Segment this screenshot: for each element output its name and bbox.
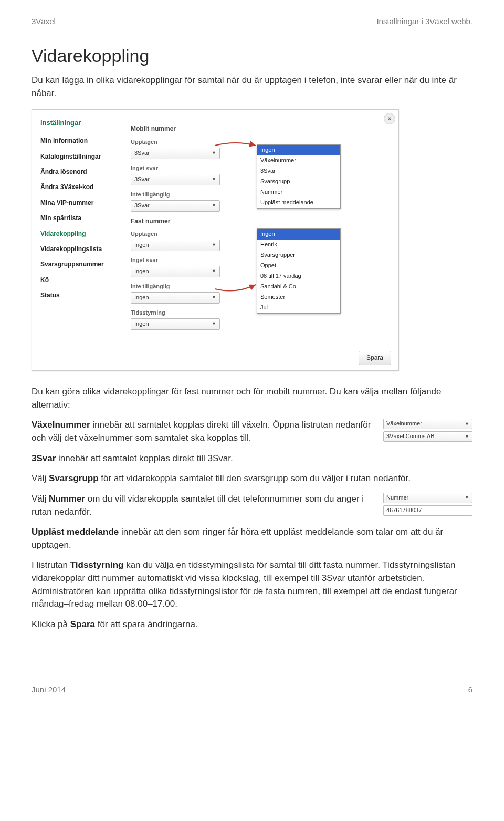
mini-select-nummer-type[interactable]: Nummer ▼ [383, 493, 472, 503]
footer-page-number: 6 [468, 684, 472, 695]
page-footer: Juni 2014 6 [32, 684, 472, 695]
dropdown-option[interactable]: Öppet [257, 261, 340, 271]
chevron-down-icon: ▼ [212, 242, 216, 248]
mini-label: Växelnummer [386, 420, 422, 428]
sidebar-item[interactable]: Kataloginställningar [40, 149, 125, 164]
dropdown-option[interactable]: Sandahl & Co [257, 282, 340, 292]
select-mobile-upptagen[interactable]: 3Svar ▼ [131, 148, 220, 159]
dropdown-option[interactable]: Semester [257, 292, 340, 303]
text: Välj [32, 494, 49, 504]
sidebar-item[interactable]: Ändra lösenord [40, 164, 125, 180]
settings-sidebar: Inställningar Min informationKataloginst… [36, 118, 125, 335]
select-tidsstyrning[interactable]: Ingen ▼ [131, 318, 220, 330]
chevron-down-icon: ▼ [465, 421, 469, 428]
mini-select-vaxelnummer-value[interactable]: 3Växel Comms AB ▼ [383, 431, 472, 442]
dropdown-option[interactable]: Svarsgrupper [257, 250, 340, 261]
page-header: 3Växel Inställningar i 3Växel webb. [32, 16, 472, 27]
select-mobile-inte-tillganglig[interactable]: 3Svar ▼ [131, 200, 220, 212]
body-paragraph-tidsstyrning: I listrutan Tidsstyrning kan du välja en… [32, 559, 472, 611]
term-spara: Spara [70, 619, 95, 629]
text: för att vidarekoppla samtalet till den s… [99, 473, 411, 483]
intro-paragraph: Du kan lägga in olika vidarekopplingar f… [32, 74, 472, 100]
dropdown-option[interactable]: Jul [257, 303, 340, 313]
select-value: Ingen [134, 241, 149, 250]
dropdown-option[interactable]: Henrik [257, 240, 340, 250]
body-paragraph: Du kan göra olika vidarekopplingar för f… [32, 386, 472, 411]
dropdown-option[interactable]: Ingen [257, 229, 340, 240]
text: för att spara ändringarna. [95, 619, 198, 629]
body-paragraph-svarsgrupp: Välj Svarsgrupp för att vidarekoppla sam… [32, 472, 472, 485]
dropdown-options-tidsstyrning[interactable]: IngenHenrikSvarsgrupperÖppet08 till 17 v… [257, 228, 341, 314]
sidebar-item[interactable]: Svarsgruppsnummer [40, 257, 125, 272]
select-value: Ingen [134, 320, 149, 328]
sidebar-item[interactable]: Min spärrlista [40, 211, 125, 226]
settings-screenshot: × Inställningar Min informationKatalogin… [32, 109, 399, 371]
text: I listrutan [32, 560, 70, 570]
dropdown-option[interactable]: 08 till 17 vardag [257, 271, 340, 282]
header-right: Inställningar i 3Växel webb. [376, 16, 472, 27]
text: innebär att samtalet kopplas direkt till… [56, 453, 233, 463]
header-left: 3Växel [32, 16, 56, 27]
select-value: 3Svar [134, 149, 150, 158]
dropdown-option[interactable]: 3Svar [257, 166, 340, 176]
select-value: 3Svar [134, 175, 150, 184]
dropdown-option[interactable]: Nummer [257, 187, 340, 198]
chevron-down-icon: ▼ [465, 433, 469, 440]
sidebar-item[interactable]: Kö [40, 273, 125, 288]
sidebar-item[interactable]: Min information [40, 133, 125, 149]
sidebar-item[interactable]: Status [40, 288, 125, 303]
sidebar-item[interactable]: Ändra 3Växel-kod [40, 180, 125, 195]
select-fast-inte-tillganglig[interactable]: Ingen ▼ [131, 292, 220, 304]
sidebar-item[interactable]: Mina VIP-nummer [40, 195, 125, 211]
chevron-down-icon: ▼ [212, 150, 216, 157]
term-nummer: Nummer [49, 494, 85, 504]
chevron-down-icon: ▼ [212, 176, 216, 183]
body-paragraph-3svar: 3Svar innebär att samtalet kopplas direk… [32, 452, 472, 465]
sidebar-item[interactable]: Vidarekoppling [40, 226, 125, 242]
chevron-down-icon: ▼ [212, 320, 216, 327]
chevron-down-icon: ▼ [212, 268, 216, 275]
dropdown-option[interactable]: Uppläst meddelande [257, 198, 340, 208]
text: Välj [32, 473, 49, 483]
save-button[interactable]: Spara [359, 351, 391, 365]
sidebar-item[interactable]: Vidarekopplingslista [40, 242, 125, 257]
mini-value: 3Växel Comms AB [386, 432, 435, 441]
mini-label: Nummer [386, 494, 408, 502]
select-mobile-inget-svar[interactable]: 3Svar ▼ [131, 174, 220, 185]
term-vaxelnummer: Växelnummer [32, 420, 90, 430]
page-title: Vidarekoppling [32, 43, 472, 69]
footer-date: Juni 2014 [32, 684, 66, 695]
fast-section-title: Fast nummer [131, 217, 389, 226]
term-upplast: Uppläst meddelande [32, 527, 119, 537]
mini-select-vaxelnummer-type[interactable]: Växelnummer ▼ [383, 419, 472, 429]
body-paragraph-spara: Klicka på Spara för att spara ändringarn… [32, 618, 472, 631]
term-3svar: 3Svar [32, 453, 56, 463]
term-tidsstyrning: Tidsstyrning [70, 560, 124, 570]
select-value: Ingen [134, 294, 149, 302]
select-fast-inget-svar[interactable]: Ingen ▼ [131, 266, 220, 277]
dropdown-option[interactable]: Ingen [257, 145, 340, 155]
mobile-section-title: Mobilt nummer [131, 124, 389, 133]
term-svarsgrupp: Svarsgrupp [49, 473, 98, 483]
dropdown-option[interactable]: Svarsgrupp [257, 176, 340, 187]
chevron-down-icon: ▼ [212, 294, 216, 301]
text: Klicka på [32, 619, 70, 629]
body-paragraph-upplast: Uppläst meddelande innebär att den som r… [32, 526, 472, 552]
select-value: 3Svar [134, 202, 150, 210]
chevron-down-icon: ▼ [465, 494, 469, 501]
select-value: Ingen [134, 267, 149, 276]
settings-heading: Inställningar [40, 118, 125, 128]
settings-form: Mobilt nummer Upptagen 3Svar ▼ Inget sva… [125, 118, 394, 335]
chevron-down-icon: ▼ [212, 202, 216, 209]
inline-example-nummer: Nummer ▼ 46761788037 [383, 493, 472, 518]
select-fast-upptagen[interactable]: Ingen ▼ [131, 240, 220, 251]
mini-input-nummer-value[interactable]: 46761788037 [383, 505, 472, 516]
dropdown-option[interactable]: Växelnummer [257, 155, 340, 166]
mini-value: 46761788037 [386, 506, 422, 515]
dropdown-options-mobile[interactable]: IngenVäxelnummer3SvarSvarsgruppNummerUpp… [257, 144, 341, 209]
inline-example-vaxelnummer: Växelnummer ▼ 3Växel Comms AB ▼ [383, 419, 472, 444]
